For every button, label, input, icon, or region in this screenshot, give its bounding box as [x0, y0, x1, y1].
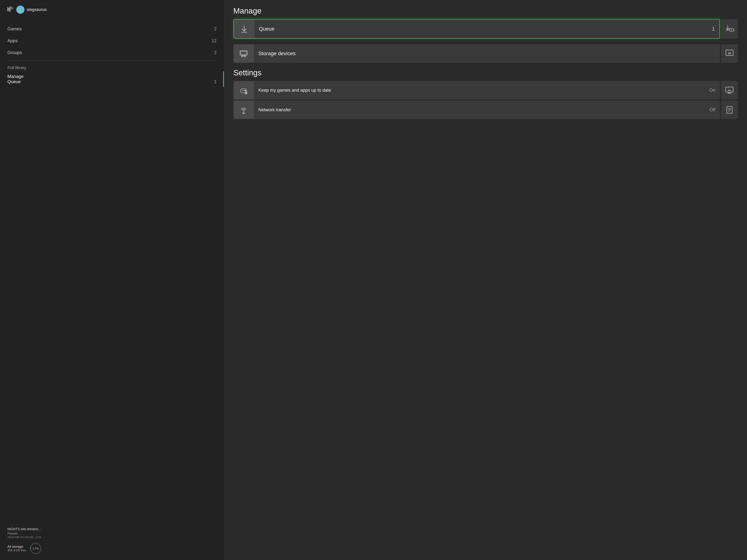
- svg-point-7: [19, 9, 22, 12]
- sidebar: stegsaurus Games 2 Apps 12 Groups 2 Full…: [0, 0, 224, 560]
- main-content: Manage Queue 1: [224, 0, 747, 560]
- network-transfer-label-area: Network transfer Off: [254, 103, 720, 116]
- nav-item-apps[interactable]: Apps 12: [7, 35, 216, 47]
- network-transfer-icon-area: [233, 101, 254, 119]
- storage-tile[interactable]: Storage devices: [233, 44, 720, 63]
- queue-row: Queue 1: [233, 19, 738, 39]
- queue-side-icon: [724, 25, 735, 33]
- auto-update-icon: [239, 85, 248, 95]
- svg-rect-28: [726, 50, 733, 56]
- svg-point-20: [732, 29, 733, 30]
- svg-rect-0: [7, 7, 8, 11]
- network-transfer-tile[interactable]: Network transfer Off: [233, 101, 720, 119]
- queue-tile[interactable]: Queue 1: [233, 19, 720, 39]
- nav-manage-queue[interactable]: Manage Queue 1: [7, 71, 216, 87]
- storage-tile-label-area: Storage devices: [254, 47, 720, 60]
- keep-updated-icon-area: [233, 81, 254, 100]
- user-header: stegsaurus: [7, 5, 216, 14]
- download-icon: [239, 24, 249, 33]
- manage-title: Manage: [233, 6, 738, 16]
- storage-tile-icon-area: [233, 44, 254, 63]
- library-icon: [7, 6, 14, 13]
- storage-percent: 2.7%: [33, 547, 38, 550]
- storage-label: All storage: [7, 545, 26, 549]
- storage-row: Storage devices: [233, 44, 738, 63]
- storage-side-icon: [725, 49, 733, 58]
- queue-tile-label-area: Queue 1: [254, 22, 719, 35]
- queue-tile-count: 1: [712, 26, 715, 32]
- nav-full-library[interactable]: Full library: [7, 62, 216, 71]
- nav-list: Games 2 Apps 12 Groups 2 Full library Ma…: [7, 23, 216, 87]
- keep-updated-value: On: [710, 87, 715, 93]
- svg-point-36: [246, 92, 247, 94]
- storage-circle: 2.7%: [30, 542, 42, 555]
- download-details: 79.04 MB of 2.50 GB, 3.1%: [7, 536, 216, 539]
- svg-point-34: [245, 90, 246, 91]
- queue-tile-side[interactable]: [721, 19, 738, 39]
- svg-point-45: [729, 90, 730, 91]
- network-transfer-icon: [239, 105, 248, 114]
- network-transfer-value: Off: [710, 107, 715, 112]
- settings-title: Settings: [233, 68, 738, 77]
- keep-updated-tile[interactable]: Keep my games and apps up to date On: [233, 81, 720, 100]
- network-transfer-row: Network transfer Off: [233, 101, 738, 119]
- active-nav-indicator: [223, 71, 224, 87]
- download-status: Paused: [7, 532, 216, 535]
- storage-tile-side[interactable]: [721, 44, 738, 63]
- svg-point-21: [733, 30, 733, 31]
- network-transfer-label: Network transfer: [258, 107, 291, 113]
- nav-item-games[interactable]: Games 2: [7, 23, 216, 35]
- queue-tile-label: Queue: [259, 26, 275, 32]
- avatar: [16, 5, 24, 14]
- storage-info: All storage 354.3 GB free 2.7%: [7, 542, 216, 555]
- network-transfer-tile-side[interactable]: [721, 101, 738, 119]
- queue-tile-icon-area: [234, 20, 254, 38]
- keep-updated-row: Keep my games and apps up to date On: [233, 81, 738, 100]
- download-title: NiGHTS into dreams...: [7, 527, 216, 531]
- keep-updated-label-area: Keep my games and apps up to date On: [254, 83, 720, 97]
- svg-rect-2: [10, 6, 10, 12]
- storage-text: All storage 354.3 GB free: [7, 545, 26, 552]
- storage-tile-label: Storage devices: [258, 51, 296, 56]
- storage-free: 354.3 GB free: [7, 549, 26, 552]
- svg-rect-1: [8, 8, 9, 11]
- sidebar-bottom: NiGHTS into dreams... Paused 79.04 MB of…: [7, 524, 216, 555]
- download-info: NiGHTS into dreams... Paused 79.04 MB of…: [7, 527, 216, 539]
- document-icon: [725, 106, 733, 114]
- keep-updated-label: Keep my games and apps up to date: [258, 87, 331, 93]
- nav-item-groups[interactable]: Groups 2: [7, 47, 216, 58]
- svg-rect-23: [241, 52, 247, 54]
- svg-point-8: [19, 8, 21, 10]
- username: stegsaurus: [27, 7, 47, 12]
- svg-point-33: [244, 90, 245, 90]
- keep-updated-tile-side[interactable]: [721, 81, 738, 100]
- cast-icon: [725, 87, 734, 94]
- storage-icon: [239, 49, 248, 58]
